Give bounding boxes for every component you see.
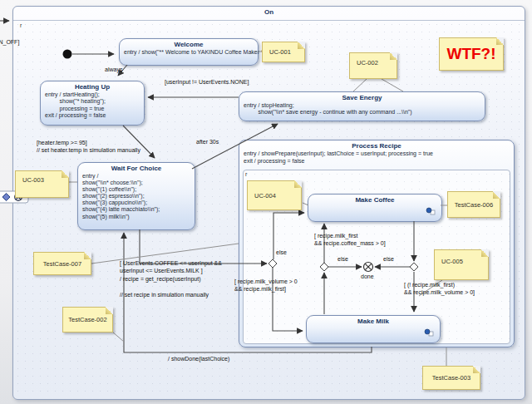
note-testcase-002[interactable]: TestCase-002 <box>62 307 113 333</box>
note-connector <box>382 79 403 91</box>
note-uc-005[interactable]: UC-005 <box>434 249 489 280</box>
note-uc-004[interactable]: UC-004 <box>247 180 302 210</box>
transition-choice1-else-makecoffee[interactable] <box>273 213 304 259</box>
note-wtf[interactable]: WTF?! <box>439 37 504 71</box>
initial-state-node[interactable] <box>63 50 72 59</box>
note-testcase-006[interactable]: TestCase-006 <box>447 191 500 218</box>
transition-processrecipe-showdone[interactable] <box>124 233 372 352</box>
note-uc-003[interactable]: UC-003 <box>15 170 69 198</box>
statechart-canvas[interactable]: On r Process Recipe entry / showPrepare(… <box>0 0 532 404</box>
choice-node-2[interactable] <box>320 263 328 271</box>
transition-welcome-to-heating[interactable] <box>118 65 127 76</box>
note-uc-002[interactable]: UC-002 <box>349 52 397 79</box>
transition-waitforchoice-to-saveenergy[interactable] <box>192 124 278 169</box>
note-connector <box>303 203 308 205</box>
note-connector <box>419 280 442 296</box>
note-testcase-003[interactable]: TestCase-003 <box>422 366 480 390</box>
transition-heating-to-waitforchoice[interactable] <box>123 126 155 158</box>
note-uc-001[interactable]: UC-001 <box>262 42 305 62</box>
note-connector <box>353 79 367 91</box>
note-connector <box>112 332 124 342</box>
choice-node-1[interactable] <box>268 259 277 268</box>
note-testcase-007[interactable]: TestCase-007 <box>33 252 91 275</box>
choice-node-3[interactable] <box>410 263 418 271</box>
note-connector <box>91 244 239 264</box>
exit-node-done[interactable] <box>364 263 373 272</box>
transition-waitforchoice-to-choice[interactable] <box>140 229 267 264</box>
transition-choice1-to-makemilk[interactable] <box>273 268 303 331</box>
